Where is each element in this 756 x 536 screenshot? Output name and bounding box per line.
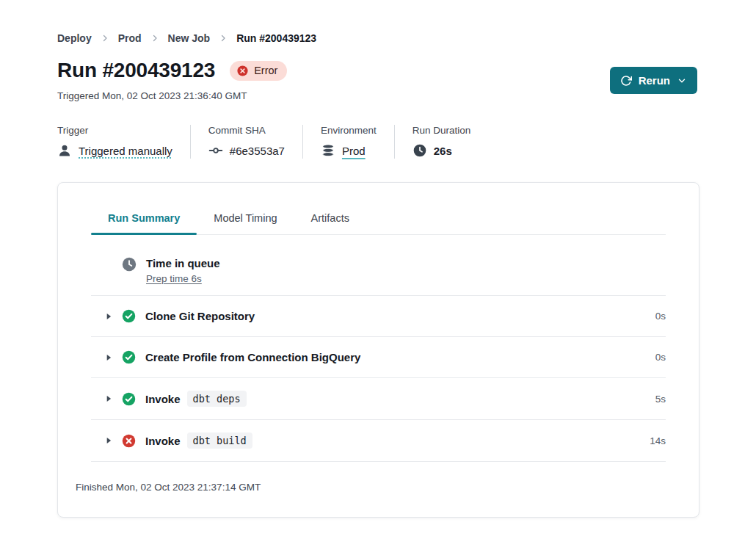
chevron-right-icon — [101, 34, 109, 43]
run-summary-card: Run Summary Model Timing Artifacts Time … — [57, 182, 699, 518]
error-circle-icon — [236, 65, 249, 77]
meta-trigger-value[interactable]: Triggered manually — [79, 145, 172, 157]
run-detail-page: Deploy Prod New Job Run #200439123 Run #… — [0, 0, 756, 536]
triggered-timestamp: Triggered Mon, 02 Oct 2023 21:36:40 GMT — [57, 90, 247, 101]
page-title: Run #200439123 — [57, 59, 215, 82]
breadcrumb: Deploy Prod New Job Run #200439123 — [57, 32, 316, 44]
meta-trigger-label: Trigger — [57, 125, 172, 136]
queue-row: Time in queue Prep time 6s — [91, 235, 666, 296]
person-icon — [57, 143, 72, 158]
clock-icon — [412, 143, 427, 158]
meta-environment: Environment Prod — [321, 125, 377, 159]
step-label: Clone Git Repository — [145, 310, 255, 322]
clock-icon — [121, 256, 137, 272]
expand-caret-icon[interactable] — [103, 311, 114, 322]
step-label: Invoke — [145, 435, 181, 447]
meta-environment-label: Environment — [321, 125, 377, 136]
run-metadata: Trigger Triggered manually Commit SHA #6… — [57, 125, 470, 159]
chevron-right-icon — [150, 34, 159, 43]
step-duration: 0s — [655, 311, 666, 322]
divider — [394, 125, 395, 159]
breadcrumb-current: Run #200439123 — [236, 32, 316, 44]
success-check-icon — [121, 391, 137, 407]
rerun-button-label: Rerun — [639, 74, 670, 87]
step-row-dbt-deps: Invoke dbt deps 5s — [91, 378, 666, 420]
step-duration: 14s — [650, 435, 666, 446]
command-chip: dbt deps — [187, 391, 247, 407]
database-icon — [321, 143, 335, 158]
tab-bar: Run Summary Model Timing Artifacts — [91, 183, 666, 235]
meta-duration-label: Run Duration — [412, 125, 471, 136]
step-duration: 0s — [655, 352, 666, 363]
rerun-button[interactable]: Rerun — [610, 67, 697, 94]
meta-trigger: Trigger Triggered manually — [57, 125, 172, 159]
success-check-icon — [121, 308, 137, 324]
expand-caret-icon[interactable] — [103, 435, 114, 446]
meta-duration-value: 26s — [434, 145, 452, 157]
breadcrumb-deploy[interactable]: Deploy — [57, 32, 92, 44]
tab-artifacts[interactable]: Artifacts — [294, 212, 366, 234]
git-commit-icon — [208, 143, 223, 158]
title-row: Run #200439123 Error — [57, 59, 287, 82]
divider — [302, 125, 303, 159]
step-row-clone-git: Clone Git Repository 0s — [91, 296, 666, 337]
status-badge-label: Error — [254, 65, 277, 76]
finished-timestamp: Finished Mon, 02 Oct 2023 21:37:14 GMT — [58, 462, 699, 513]
success-check-icon — [121, 350, 137, 365]
step-row-dbt-build: Invoke dbt build 14s — [91, 420, 666, 462]
breadcrumb-new-job[interactable]: New Job — [168, 32, 211, 44]
step-label: Invoke — [145, 393, 181, 405]
step-label: Create Profile from Connection BigQuery — [145, 351, 360, 363]
chevron-down-icon — [677, 76, 687, 86]
queue-title: Time in queue — [146, 256, 220, 270]
error-circle-icon — [121, 433, 137, 449]
step-duration: 5s — [655, 394, 666, 405]
rotate-cw-icon — [620, 75, 632, 87]
meta-duration: Run Duration 26s — [412, 125, 471, 159]
status-badge: Error — [230, 61, 287, 81]
divider — [190, 125, 191, 159]
tab-model-timing[interactable]: Model Timing — [197, 212, 294, 234]
tab-run-summary[interactable]: Run Summary — [91, 212, 197, 234]
prep-time-link[interactable]: Prep time 6s — [146, 273, 202, 284]
meta-commit: Commit SHA #6e3553a7 — [208, 125, 285, 159]
expand-caret-icon[interactable] — [103, 394, 114, 404]
meta-commit-value: #6e3553a7 — [230, 145, 285, 157]
meta-environment-value[interactable]: Prod — [342, 145, 366, 157]
breadcrumb-prod[interactable]: Prod — [118, 32, 142, 44]
expand-caret-icon[interactable] — [103, 352, 114, 363]
command-chip: dbt build — [187, 432, 252, 449]
meta-commit-label: Commit SHA — [208, 125, 285, 136]
step-row-create-profile: Create Profile from Connection BigQuery … — [91, 337, 666, 378]
chevron-right-icon — [219, 34, 228, 43]
